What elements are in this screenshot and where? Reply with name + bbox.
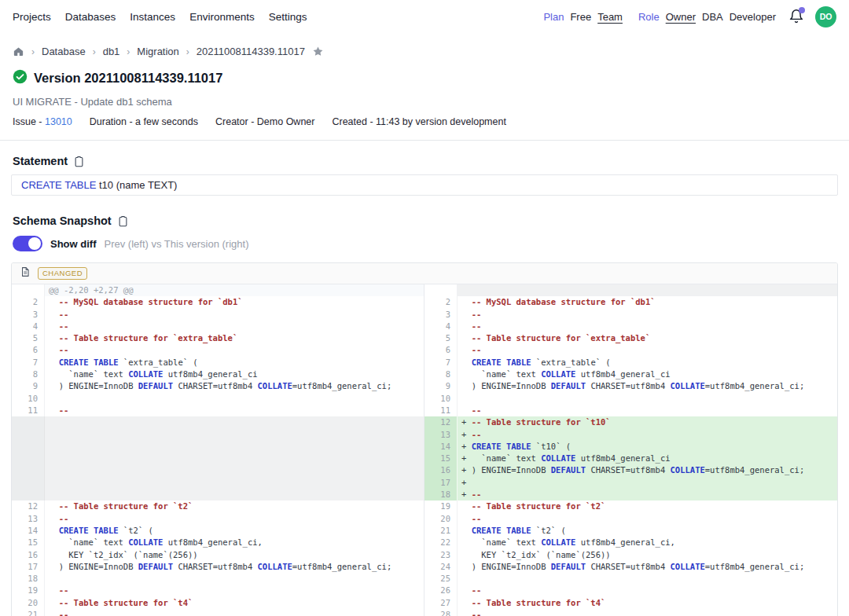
diff-line-number-left: 7 [12, 357, 45, 368]
diff-code-left: @@ -2,20 +2,27 @@ [45, 284, 424, 296]
diff-line-number-left [12, 477, 45, 489]
plan-team[interactable]: Team [597, 11, 623, 23]
diff-code-right: -- [458, 344, 837, 356]
diff-line-number-left: 15 [12, 537, 45, 548]
diff-body[interactable]: @@ -2,20 +2,27 @@2 -- MySQL database str… [12, 284, 837, 616]
breadcrumb-database[interactable]: Database [42, 46, 86, 57]
breadcrumb: › Database › db1 › Migration › 202110081… [13, 46, 836, 57]
diff-line-number-left: 11 [12, 405, 45, 416]
diff-code-left [45, 416, 424, 428]
diff-code-right: CREATE TABLE `extra_table` ( [458, 357, 837, 368]
diff-code-left [45, 429, 424, 441]
main-nav: Projects Databases Instances Environment… [13, 11, 307, 23]
diff-line-number-left: 13 [12, 513, 45, 525]
diff-code-left [45, 573, 424, 585]
show-diff-label: Show diff [50, 238, 97, 250]
diff-line-number-right: 19 [424, 500, 458, 512]
success-check-icon [13, 69, 28, 87]
notification-dot [799, 7, 805, 13]
diff-code-left: -- [45, 585, 424, 596]
diff-code-left: -- [45, 321, 424, 332]
diff-line-number-right: 7 [424, 357, 458, 368]
diff-code-right: -- [458, 309, 837, 321]
snapshot-heading: Schema Snapshot [13, 214, 112, 227]
diff-line-number-right: 24 [424, 561, 458, 573]
statement-section-header: Statement [13, 155, 836, 167]
diff-line-number-left: 3 [12, 309, 45, 321]
diff-code-right: -- Table structure for `extra_table` [458, 332, 837, 344]
version-meta: Issue - 13010 Duration - a few seconds C… [13, 116, 836, 127]
nav-item-settings[interactable]: Settings [269, 11, 307, 23]
diff-code-right: -- MySQL database structure for `db1` [458, 296, 837, 308]
notification-bell-icon[interactable] [788, 9, 804, 24]
home-icon[interactable] [13, 46, 24, 57]
diff-toggle-row: Show diff Prev (left) vs This version (r… [13, 236, 836, 251]
diff-code-left: -- [45, 513, 424, 525]
diff-code-left: CREATE TABLE `extra_table` ( [45, 357, 424, 368]
version-header: Version 20211008114339.11017 [13, 69, 836, 87]
diff-code-right: KEY `t2_idx` (`name`(256)) [458, 549, 837, 561]
diff-line-number-right: 28 [424, 609, 458, 616]
breadcrumb-db1[interactable]: db1 [103, 46, 120, 57]
show-diff-toggle[interactable] [13, 236, 42, 251]
diff-code-left: ) ENGINE=InnoDB DEFAULT CHARSET=utf8mb4 … [45, 380, 424, 392]
diff-code-left [45, 453, 424, 464]
issue-link[interactable]: 13010 [45, 116, 72, 127]
diff-code-right: ) ENGINE=InnoDB DEFAULT CHARSET=utf8mb4 … [458, 561, 837, 573]
diff-line-number-left [12, 453, 45, 464]
copy-snapshot-icon[interactable] [117, 215, 129, 227]
diff-code-right: + [458, 477, 837, 489]
issue-prefix: Issue - [13, 116, 45, 127]
meta-issue: Issue - 13010 [13, 116, 72, 127]
chevron-right-icon: › [31, 46, 35, 57]
diff-code-left [45, 441, 424, 453]
copy-statement-icon[interactable] [73, 156, 85, 167]
diff-code-right: + ) ENGINE=InnoDB DEFAULT CHARSET=utf8mb… [458, 464, 837, 476]
diff-line-number-right: 21 [424, 525, 458, 537]
diff-line-number-right: 27 [424, 597, 458, 609]
diff-code-right: `name` text COLLATE utf8mb4_general_ci, [458, 537, 837, 548]
toggle-knob [28, 237, 41, 250]
diff-line-number-left: 20 [12, 597, 45, 609]
diff-code-left: -- [45, 309, 424, 321]
diff-line-number-left: 14 [12, 525, 45, 537]
diff-line-number-left [12, 441, 45, 453]
diff-code-left: -- [45, 344, 424, 356]
nav-item-environments[interactable]: Environments [189, 11, 255, 23]
nav-item-databases[interactable]: Databases [65, 11, 116, 23]
diff-code-right: -- [458, 609, 837, 616]
user-avatar[interactable]: DO [815, 6, 836, 28]
breadcrumb-migration[interactable]: Migration [137, 46, 178, 57]
diff-line-number-right: 25 [424, 573, 458, 585]
favorite-star-icon[interactable] [312, 46, 324, 57]
diff-line-number-left: 21 [12, 609, 45, 616]
diff-code-right: -- [458, 321, 837, 332]
nav-item-projects[interactable]: Projects [13, 11, 51, 23]
chevron-right-icon: › [127, 46, 130, 57]
role-dba: DBA [702, 11, 723, 23]
diff-code-right: + -- [458, 489, 837, 500]
plan-label: Plan [543, 11, 564, 23]
diff-line-number-right: 6 [424, 344, 458, 356]
diff-code-right [458, 284, 837, 296]
role-owner[interactable]: Owner [666, 11, 696, 23]
nav-item-instances[interactable]: Instances [130, 11, 175, 23]
diff-code-left [45, 393, 424, 405]
diff-code-right: -- Table structure for `t4` [458, 597, 837, 609]
diff-line-number-left [12, 416, 45, 428]
diff-code-left: `name` text COLLATE utf8mb4_general_ci, [45, 537, 424, 548]
diff-code-right: CREATE TABLE `t2` ( [458, 525, 837, 537]
diff-code-left [45, 489, 424, 500]
diff-line-number-left: 18 [12, 573, 45, 585]
diff-line-number-left [12, 489, 45, 500]
diff-line-number-right: 2 [424, 296, 458, 308]
diff-code-left: -- Table structure for `t2` [45, 500, 424, 512]
page-title: Version 20211008114339.11017 [34, 71, 222, 86]
diff-code-left: -- [45, 405, 424, 416]
chevron-right-icon: › [93, 46, 96, 57]
diff-code-left: -- [45, 609, 424, 616]
top-nav: Projects Databases Instances Environment… [0, 0, 849, 33]
chevron-right-icon: › [186, 46, 189, 57]
diff-code-right: + -- Table structure for `t10` [458, 416, 837, 428]
diff-line-number-left [12, 429, 45, 441]
